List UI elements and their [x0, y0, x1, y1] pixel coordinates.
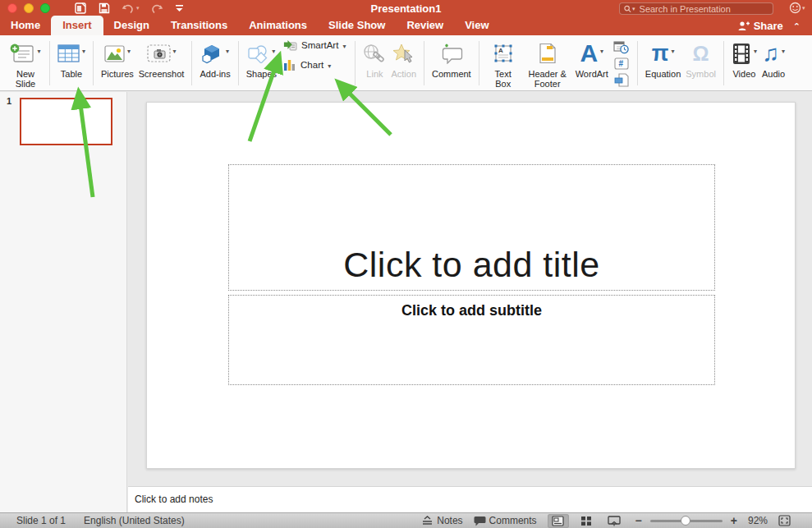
symbol-button: Ω Symbol — [686, 39, 716, 79]
search-scope-caret-icon[interactable]: ▾ — [632, 6, 635, 12]
slide-sorter-icon — [580, 516, 592, 526]
group-comments: Comment — [426, 39, 477, 89]
chart-button[interactable]: Chart ▾ — [283, 58, 346, 71]
search-icon — [624, 5, 631, 13]
header-footer-icon — [539, 43, 557, 64]
wordart-caret-icon[interactable]: ▾ — [600, 48, 603, 55]
chart-caret-icon[interactable]: ▾ — [328, 62, 331, 70]
table-caret-icon[interactable]: ▾ — [82, 48, 85, 55]
shapes-button[interactable]: ▾ Shapes — [246, 39, 277, 79]
notes-toggle-label: Notes — [437, 515, 462, 526]
comment-button[interactable]: Comment — [432, 39, 471, 79]
group-table: ▾ Table — [52, 39, 91, 89]
table-icon — [57, 44, 80, 63]
date-time-icon — [613, 40, 629, 54]
text-box-icon: A — [493, 43, 514, 64]
date-time-button[interactable] — [613, 39, 630, 54]
ribbon-tab-bar: Home Insert Design Transitions Animation… — [0, 16, 812, 35]
screenshot-button[interactable]: ▾ Screenshot — [139, 39, 185, 79]
group-images: ▾ Pictures ▾ Screenshot — [95, 39, 190, 89]
zoom-window-button[interactable] — [40, 3, 50, 13]
new-presentation-icon[interactable] — [75, 2, 87, 14]
new-slide-button[interactable]: ▾ New Slide — [9, 39, 42, 90]
redo-icon[interactable] — [151, 3, 163, 14]
quick-access-toolbar: ▾ — [75, 2, 184, 14]
shapes-caret-icon[interactable]: ▾ — [272, 48, 275, 55]
screenshot-caret-icon[interactable]: ▾ — [173, 48, 177, 55]
slide-editing-area[interactable]: Click to add title Click to add subtitle — [146, 102, 796, 469]
search-input[interactable] — [638, 3, 768, 15]
slide-sorter-view-button[interactable] — [576, 514, 597, 528]
equation-button[interactable]: π ▾ Equation — [645, 39, 681, 79]
link-button: Link — [363, 39, 386, 79]
subtitle-placeholder[interactable]: Click to add subtitle — [228, 295, 715, 385]
tab-transitions[interactable]: Transitions — [160, 16, 238, 35]
equation-caret-icon[interactable]: ▾ — [671, 48, 674, 55]
title-bar: ▾ Presentation1 ▾ ▾ — [0, 0, 812, 16]
share-label: Share — [754, 20, 783, 32]
smartart-button[interactable]: SmartArt ▾ — [283, 39, 346, 51]
audio-caret-icon[interactable]: ▾ — [782, 48, 785, 55]
slide-number-button[interactable]: # — [613, 56, 630, 71]
slide-show-view-button[interactable] — [603, 514, 625, 528]
fit-slide-to-window-icon[interactable] — [778, 515, 791, 526]
tab-review[interactable]: Review — [396, 16, 454, 35]
insert-object-button[interactable] — [613, 72, 630, 87]
smartart-icon — [283, 39, 297, 51]
group-text: A Text Box Hea — [481, 39, 635, 89]
customize-toolbar-icon[interactable] — [175, 4, 184, 12]
tab-insert[interactable]: Insert — [51, 16, 103, 35]
minimize-window-button[interactable] — [24, 3, 34, 13]
tab-home[interactable]: Home — [0, 16, 51, 35]
video-button[interactable]: ▾ Video — [732, 39, 757, 79]
header-footer-button[interactable]: Header & Footer — [525, 39, 571, 90]
status-bar: Slide 1 of 1 English (United States) Not… — [0, 512, 812, 528]
zoom-slider-knob[interactable] — [681, 516, 690, 526]
add-ins-icon — [201, 44, 223, 64]
notes-pane[interactable]: Click to add notes — [128, 486, 812, 512]
action-icon — [392, 44, 415, 64]
undo-icon[interactable]: ▾ — [122, 3, 140, 14]
zoom-slider[interactable] — [650, 520, 723, 522]
tab-slide-show[interactable]: Slide Show — [318, 16, 396, 35]
normal-view-button[interactable] — [548, 514, 569, 528]
comments-toggle-button[interactable]: Comments — [474, 515, 537, 526]
smartart-caret-icon[interactable]: ▾ — [342, 43, 346, 50]
title-placeholder[interactable]: Click to add title — [228, 164, 715, 291]
slide-thumbnail[interactable] — [20, 98, 112, 145]
group-symbols: π ▾ Equation Ω Symbol — [640, 39, 722, 89]
object-icon — [614, 73, 629, 87]
tab-design[interactable]: Design — [103, 16, 160, 35]
comment-icon — [440, 44, 463, 64]
pictures-button[interactable]: ▾ Pictures — [101, 39, 134, 79]
new-slide-caret-icon[interactable]: ▾ — [37, 48, 40, 55]
save-icon[interactable] — [99, 2, 110, 14]
slide-position-label: Slide 1 of 1 — [16, 515, 66, 526]
notes-toggle-button[interactable]: Notes — [421, 515, 462, 526]
zoom-level[interactable]: 92% — [748, 515, 768, 526]
title-placeholder-text: Click to add title — [343, 245, 600, 285]
tab-animations[interactable]: Animations — [238, 16, 318, 35]
feedback-caret-icon: ▾ — [802, 5, 805, 11]
wordart-icon: A — [580, 41, 598, 66]
subtitle-placeholder-text: Click to add subtitle — [401, 302, 542, 319]
wordart-button[interactable]: A ▾ WordArt — [576, 39, 608, 79]
share-button[interactable]: Share — [737, 20, 783, 32]
tab-view[interactable]: View — [454, 16, 499, 35]
feedback-control[interactable]: ▾ — [789, 2, 808, 14]
text-box-button[interactable]: A Text Box — [487, 39, 520, 90]
add-ins-caret-icon[interactable]: ▾ — [226, 48, 229, 55]
audio-button[interactable]: ♫ ▾ Audio — [762, 39, 785, 79]
close-window-button[interactable] — [7, 3, 17, 13]
zoom-out-button[interactable]: − — [635, 515, 642, 526]
zoom-in-button[interactable]: + — [731, 515, 737, 526]
group-slides: ▾ New Slide — [3, 39, 48, 89]
language-label[interactable]: English (United States) — [84, 515, 185, 526]
collapse-ribbon-icon[interactable]: ⌃ — [793, 21, 801, 32]
table-button[interactable]: ▾ Table — [57, 39, 85, 79]
add-ins-button[interactable]: ▾ Add-ins — [200, 39, 230, 79]
normal-view-icon — [552, 516, 564, 526]
video-caret-icon[interactable]: ▾ — [754, 48, 757, 55]
search-box[interactable]: ▾ — [619, 2, 773, 15]
pictures-caret-icon[interactable]: ▾ — [127, 48, 131, 55]
